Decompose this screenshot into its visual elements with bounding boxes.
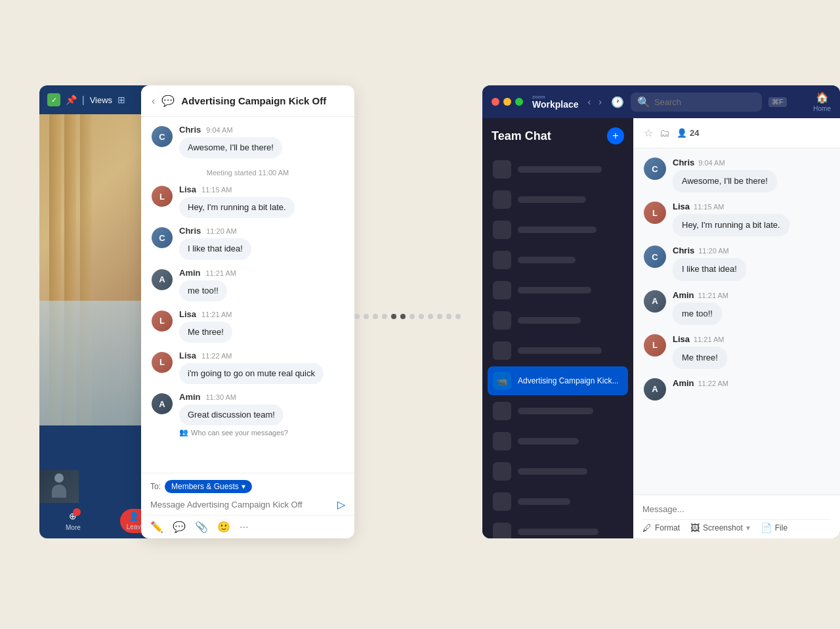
message-bubble: I like that idea! <box>673 258 746 280</box>
shield-icon: ✓ <box>47 93 60 106</box>
grid-icon[interactable]: ⊞ <box>117 95 125 105</box>
message-group: L Lisa 11:21 AM Me three! <box>152 309 344 343</box>
avatar: L <box>644 334 666 357</box>
list-item <box>488 427 628 456</box>
fullscreen-traffic-light[interactable] <box>515 98 523 106</box>
message-sender: Chris <box>179 125 201 135</box>
message-sender: Lisa <box>179 184 196 194</box>
message-content: Lisa 11:21 AM Me three! <box>673 334 830 369</box>
dot-10 <box>437 314 442 319</box>
message-sender: Amin <box>673 290 694 300</box>
home-button[interactable]: 🏠 Home <box>813 91 831 112</box>
skeleton-text <box>518 529 598 535</box>
to-label: To: <box>150 482 161 491</box>
chat-reply-icon[interactable]: 💬 <box>173 521 186 533</box>
pin-icon: 📌 <box>66 95 77 105</box>
members-button[interactable]: 👤 24 <box>677 128 699 138</box>
right-message-input[interactable] <box>642 502 831 519</box>
minimize-traffic-light[interactable] <box>503 98 511 106</box>
skeleton-text <box>518 196 586 203</box>
close-traffic-light[interactable] <box>492 98 499 106</box>
dot-5 <box>391 314 396 319</box>
message-content: Chris 11:20 AM I like that idea! <box>673 246 830 280</box>
list-item <box>488 336 628 365</box>
message-time: 11:20 AM <box>698 247 728 255</box>
history-icon[interactable]: 🕐 <box>611 96 624 108</box>
pip-video <box>39 470 79 503</box>
skeleton-avatar <box>493 462 511 481</box>
message-content: Amin 11:21 AM me too!! <box>179 268 344 301</box>
message-input[interactable] <box>150 500 332 510</box>
screenshot-button[interactable]: 🖼 Screenshot ▾ <box>690 523 750 533</box>
more-button[interactable]: ⊕ More <box>66 510 81 531</box>
message-content: Lisa 11:21 AM Me three! <box>179 309 344 343</box>
avatar: L <box>152 186 173 207</box>
list-item <box>488 457 628 486</box>
to-row: To: Members & Guests ▾ <box>150 480 345 493</box>
channel-item-advertising[interactable]: 📹 Advertising Campaign Kick... <box>488 366 628 395</box>
message-time: 11:22 AM <box>698 380 728 387</box>
message-meta: Amin 11:21 AM <box>179 268 344 278</box>
message-bubble: Hey, I'm running a bit late. <box>673 214 789 236</box>
message-sender: Lisa <box>179 309 196 319</box>
zoom-workplace-panel: zoom Workplace ‹ › 🕐 🔍 ⌘F 🏠 Home Team Ch… <box>482 85 840 538</box>
list-item <box>488 155 628 184</box>
more-options-icon[interactable]: ··· <box>240 521 248 533</box>
eye-icon: 👥 <box>179 428 188 437</box>
edit-icon[interactable]: ✏️ <box>150 521 163 533</box>
message-meta: Chris 11:20 AM <box>179 226 344 236</box>
message-content: Chris 9:04 AM Awesome, I'll be there! <box>179 125 344 158</box>
chat-messages: C Chris 9:04 AM Awesome, I'll be there! … <box>141 117 354 473</box>
message-meta: Lisa 11:15 AM <box>179 184 344 194</box>
message-meta: Amin 11:21 AM <box>673 290 830 300</box>
new-chat-button[interactable]: + <box>607 127 624 144</box>
avatar: C <box>644 158 666 180</box>
screenshot-expand-icon[interactable]: ▾ <box>746 523 750 532</box>
message-meta: Lisa 11:21 AM <box>673 334 830 344</box>
folder-button[interactable]: 🗂 <box>660 127 670 139</box>
avatar: L <box>152 311 173 332</box>
skeleton-text <box>518 498 570 505</box>
message-time: 11:21 AM <box>698 292 728 299</box>
list-item <box>488 306 628 335</box>
star-button[interactable]: ☆ <box>644 127 653 139</box>
avatar-face: A <box>644 378 666 401</box>
right-chat-input-area: 🖊 Format 🖼 Screenshot ▾ 📄 File <box>633 494 840 538</box>
avatar-face: A <box>644 290 666 313</box>
search-box[interactable]: 🔍 ⌘F <box>631 93 762 112</box>
nav-forward-button[interactable]: › <box>596 95 604 108</box>
list-item <box>488 487 628 516</box>
message-group: L Lisa 11:15 AM Hey, I'm running a bit l… <box>644 202 830 236</box>
nav-back-button[interactable]: ‹ <box>585 95 594 108</box>
file-button[interactable]: 📄 File <box>761 523 788 533</box>
list-item <box>488 185 628 214</box>
message-sender: Chris <box>179 226 201 236</box>
views-label[interactable]: Views <box>90 95 112 105</box>
search-input[interactable] <box>654 97 765 107</box>
back-button[interactable]: ‹ <box>152 95 155 107</box>
avatar: A <box>152 269 173 290</box>
attachment-icon[interactable]: 📎 <box>195 521 208 533</box>
message-bubble: Great discussion team! <box>179 404 284 425</box>
message-group: L Lisa 11:15 AM Hey, I'm running a bit l… <box>152 184 344 218</box>
message-content: Amin 11:21 AM me too!! <box>673 290 830 325</box>
dot-1 <box>354 314 360 319</box>
home-label: Home <box>813 105 831 112</box>
right-content: Team Chat + <box>482 118 840 538</box>
format-button[interactable]: 🖊 Format <box>642 523 680 533</box>
message-content: Lisa 11:15 AM Hey, I'm running a bit lat… <box>673 202 830 236</box>
message-bubble: me too!! <box>673 303 722 325</box>
traffic-lights <box>492 98 523 106</box>
avatar: C <box>644 246 666 268</box>
dot-8 <box>419 314 424 319</box>
list-item <box>488 517 628 538</box>
recipients-badge[interactable]: Members & Guests ▾ <box>165 480 252 493</box>
skeleton-text <box>518 166 602 173</box>
message-sender: Lisa <box>179 351 196 360</box>
chat-title: Advertising Campaign Kick Off <box>181 95 344 106</box>
emoji-icon[interactable]: 🙂 <box>217 521 230 533</box>
message-group: L Lisa 11:21 AM Me three! <box>644 334 830 369</box>
send-button[interactable]: ▷ <box>337 498 345 511</box>
message-sender: Chris <box>673 158 694 167</box>
search-icon: 🔍 <box>637 96 650 108</box>
